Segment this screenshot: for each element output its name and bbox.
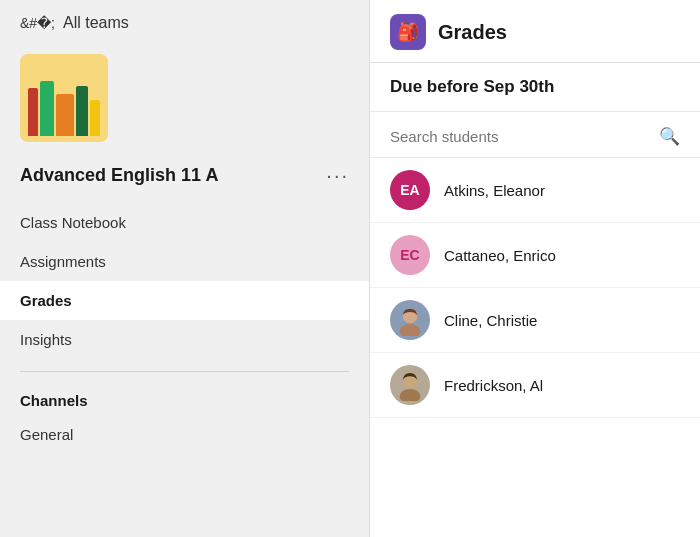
divider [20, 371, 349, 372]
nav-item-insights[interactable]: Insights [0, 320, 369, 359]
student-name: Cline, Christie [444, 312, 537, 329]
svg-point-1 [400, 324, 421, 336]
search-container: 🔍 [370, 112, 700, 158]
avatar: EA [390, 170, 430, 210]
due-banner: Due before Sep 30th [370, 63, 700, 112]
student-item[interactable]: Cline, Christie [370, 288, 700, 353]
channels-header: Channels [0, 384, 369, 415]
team-icon-container [0, 44, 369, 154]
avatar: EC [390, 235, 430, 275]
grades-header: 🎒 Grades [370, 0, 700, 63]
search-icon[interactable]: 🔍 [659, 126, 680, 147]
book-3 [56, 94, 74, 136]
nav-item-general[interactable]: General [0, 415, 369, 454]
student-list: EA Atkins, Eleanor EC Cattaneo, Enrico [370, 158, 700, 537]
grades-title: Grades [438, 21, 507, 44]
student-name: Fredrickson, Al [444, 377, 543, 394]
student-name: Cattaneo, Enrico [444, 247, 556, 264]
student-name: Atkins, Eleanor [444, 182, 545, 199]
nav-item-class-notebook[interactable]: Class Notebook [0, 203, 369, 242]
team-name-row: Advanced English 11 A ··· [0, 154, 369, 203]
team-icon [20, 54, 108, 142]
book-5 [90, 100, 100, 136]
book-2 [40, 81, 54, 136]
avatar [390, 365, 430, 405]
student-item[interactable]: EC Cattaneo, Enrico [370, 223, 700, 288]
person-silhouette-icon [394, 304, 426, 336]
student-item[interactable]: EA Atkins, Eleanor [370, 158, 700, 223]
all-teams-back[interactable]: &#�; All teams [0, 0, 369, 44]
student-item[interactable]: Fredrickson, Al [370, 353, 700, 418]
team-name: Advanced English 11 A [20, 165, 218, 186]
back-chevron-icon: &#�; [20, 15, 55, 31]
book-4 [76, 86, 88, 136]
person-silhouette-icon [394, 369, 426, 401]
sidebar: &#�; All teams Advanced English 11 A ··· [0, 0, 370, 537]
grades-app-icon: 🎒 [390, 14, 426, 50]
nav-item-assignments[interactable]: Assignments [0, 242, 369, 281]
more-options-button[interactable]: ··· [326, 164, 349, 187]
book-1 [28, 88, 38, 136]
main-panel: 🎒 Grades Due before Sep 30th 🔍 EA Atkins… [370, 0, 700, 537]
books-illustration [28, 76, 100, 136]
avatar [390, 300, 430, 340]
nav-item-grades[interactable]: Grades [0, 281, 369, 320]
search-input[interactable] [390, 128, 659, 145]
all-teams-label: All teams [63, 14, 129, 32]
svg-point-4 [400, 389, 421, 401]
